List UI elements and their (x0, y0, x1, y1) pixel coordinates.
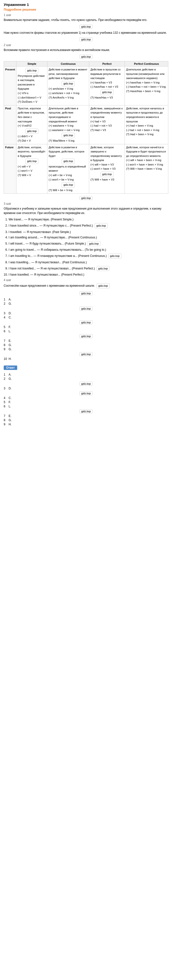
final-answers: 1 A. 2 G. gdz.top 3 D. gdz.top 4 C. 5 F.… (4, 373, 168, 426)
gdz-overlay-step3[interactable]: gdz.top (79, 196, 92, 200)
gdz-overlay-3[interactable]: gdz.top (79, 55, 92, 59)
gdz-overlay-s9[interactable]: gdz.top (96, 266, 110, 271)
answer-row: 6 L. (4, 329, 168, 333)
answer-row: 2 G. (4, 302, 168, 305)
answer-row: 1 A. (4, 298, 168, 301)
cell-future-simple: Действие, которое, вероятно, произойдёт … (16, 144, 47, 194)
answer-row: 4 C. (4, 316, 168, 319)
gdz-overlay-s7[interactable]: gdz.top (108, 253, 122, 259)
cell-present-perfect: Действие в прошлом со видимым результато… (89, 67, 125, 105)
row-label-past: Post (4, 105, 16, 144)
list-item: I have travelled. — Я путешествовал... (… (9, 272, 168, 277)
step-2-label: 2 шаг (4, 43, 168, 47)
cell-future-continuous: Действие в развитии в будущем, действие,… (47, 144, 89, 194)
gdz-top-pc[interactable]: gdz.top (49, 81, 88, 87)
answer-row: 8 G. (4, 343, 168, 347)
cell-past-perfect-continuous: Действие, которое началось в прошлом и п… (125, 105, 168, 144)
gdz-overlay-2[interactable]: gdz.top (79, 37, 92, 41)
gdz-overlay-s5[interactable]: gdz.top (87, 241, 101, 246)
answer-row: 6 L. (4, 405, 168, 408)
gdz-overlay-step4b[interactable]: gdz.top (79, 291, 92, 295)
solution-label: Подробное решение (4, 8, 168, 11)
cell-past-perfect: Действие, завершённое к определённому мо… (89, 105, 125, 144)
gdz-top-fc[interactable]: gdz.top (49, 158, 88, 164)
gdz-overlay-a3[interactable]: gdz.top (79, 307, 92, 310)
th-empty (4, 61, 16, 67)
gdz-overlay-fa7[interactable]: gdz.top (79, 409, 92, 413)
gdz-top-ps[interactable]: gdz.top (18, 67, 46, 74)
step-1-subtext: Нам нужно соотнести формы глаголов из уп… (4, 30, 168, 35)
gdz-overlay-s2[interactable]: gdz.top (95, 223, 107, 228)
step-3-label: 3 шаг (4, 202, 168, 205)
answer-row: 2 G. (4, 377, 168, 380)
th-simple: Simple (16, 61, 47, 67)
th-continuous: Continuous (47, 61, 89, 67)
th-perfect: Perfect (89, 61, 125, 67)
gdz-top-fs[interactable]: gdz.top (18, 158, 46, 164)
cell-present-simple: gdz.top Регулярное действие в настоящем,… (16, 67, 47, 105)
gdz-top-pastc[interactable]: gdz.top (49, 132, 88, 138)
list-item: I was travelling... — Я путешествовал...… (9, 260, 168, 264)
step-1-text: Внимательно прочитаем задание, чтобы пон… (4, 18, 168, 22)
list-item: I will travel... — Я буду путешествовать… (9, 241, 168, 247)
exercise-title: Упражнение 1 (4, 2, 168, 6)
answer-row: 1 A. (4, 373, 168, 376)
tense-table: Simple Continuous Perfect Perfect Contin… (4, 61, 168, 194)
list-item: I travelled. — Я путешествовал. (Past Si… (9, 230, 168, 234)
list-item: I have not travelled... — Я не путешеств… (9, 266, 168, 272)
answer-row: 8 G. (4, 418, 168, 422)
list-item: I am travelling to... — Я планирую путеш… (9, 253, 168, 259)
gdz-overlay-fa3[interactable]: gdz.top (79, 382, 92, 386)
page: Упражнение 1 Подробное решение 1 шаг Вни… (0, 0, 172, 441)
gdz-top-pasts[interactable]: gdz.top (18, 128, 46, 134)
table-row: Future Действие, которое, вероятно, прои… (4, 144, 168, 194)
answer-row: 9 G. (4, 347, 168, 351)
answer-row: 5 F. (4, 401, 168, 404)
cell-past-continuous: Длительное действие в прошлом, действие … (47, 105, 89, 144)
th-perfect-continuous: Perfect Continuous (125, 61, 168, 67)
list-item: I am travelling around... — Я путешеству… (9, 235, 168, 240)
gdz-overlay-step4[interactable]: gdz.top (96, 283, 110, 288)
sentences-list: We travel... — Я путешествую. (Present S… (9, 217, 168, 277)
row-label-future: Future (4, 144, 16, 194)
cell-present-perfect-continuous: Длительное действие в прошлом (незавершё… (125, 67, 168, 105)
table-row: Post Простое, короткое действие в прошло… (4, 105, 168, 144)
step-2-text: Вспомним правило построения и использова… (4, 48, 168, 52)
step-4-label: 4 шаг (4, 278, 168, 282)
gdz-overlay-fa4[interactable]: gdz.top (79, 391, 92, 395)
cell-present-continuous: Действие в развитии в момент речи, запла… (47, 67, 89, 105)
answers-step4: 1 A. 2 G. gdz.top 3 D. 4 C. gdz.top 5 F.… (4, 298, 168, 361)
answer-label: Ответ (4, 366, 17, 370)
step-3-text: Обратимся к учебнику и запишем нужные на… (4, 207, 168, 215)
answer-row: 3 D. (4, 312, 168, 315)
answer-row: 10 H. (4, 357, 168, 361)
answer-row: 9 H. (4, 423, 168, 426)
answer-row: 7 E. (4, 414, 168, 418)
answer-row: 7 E. (4, 339, 168, 343)
step-1-label: 1 шаг (4, 13, 168, 17)
answer-row: 5 F. (4, 325, 168, 329)
list-item: I have travelled since... — Я путешеству… (9, 223, 168, 229)
cell-future-perfect-continuous: Действие, которое начнётся в будущем и б… (125, 144, 168, 194)
gdz-top-fc2[interactable]: gdz.top (49, 182, 88, 188)
answer-row: 3 D. (4, 387, 168, 390)
list-item: We travel... — Я путешествую. (Present S… (9, 217, 168, 222)
gdz-top-pp[interactable]: gdz.top (90, 89, 123, 95)
gdz-top-fp[interactable]: gdz.top (90, 171, 123, 178)
cell-future-perfect: Действие, которое завершено к определённ… (89, 144, 125, 194)
gdz-overlay-a7[interactable]: gdz.top (79, 334, 92, 338)
gdz-overlay-a5[interactable]: gdz.top (79, 320, 92, 325)
step-4-text: Соотнесём наши предложения с временами н… (4, 283, 168, 289)
cell-past-simple: Простое, короткое действие в прошлом, бе… (16, 105, 47, 144)
list-item: I am going to travel... — Я собираюсь пу… (9, 248, 168, 252)
table-row: Present gdz.top Регулярное действие в на… (4, 67, 168, 105)
answer-row: 4 C. (4, 396, 168, 400)
row-label-present: Present (4, 67, 16, 105)
gdz-overlay-a10[interactable]: gdz.top (79, 352, 92, 356)
gdz-overlay-1[interactable]: gdz.top (79, 25, 92, 29)
